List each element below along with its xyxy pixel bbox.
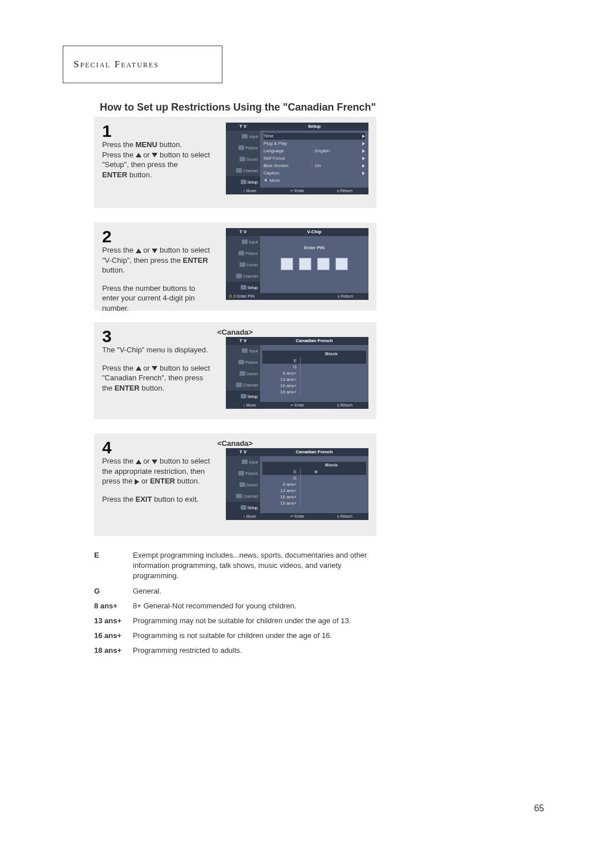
pin-digit <box>335 258 348 270</box>
return-icon <box>337 188 339 194</box>
step-1: 1 Press the MENU button. Press the or bu… <box>94 117 376 208</box>
right-icon <box>135 479 139 485</box>
up-icon <box>136 249 141 253</box>
manual-page: Special Features How to Set up Restricti… <box>0 0 616 845</box>
def-row: 18 ans+Programming restricted to adults. <box>94 645 376 656</box>
osd-tv-label: T V <box>226 123 260 131</box>
osd-title: Setup <box>260 123 368 131</box>
step-1-text: Press the MENU button. Press the or butt… <box>102 140 210 180</box>
osd-footer: Move Enter Return <box>226 188 368 194</box>
step-2: 2 Press the or button to select "V-Chip"… <box>94 222 376 311</box>
page-number: 65 <box>534 803 544 814</box>
osd-setup-menu: T V Setup Input Picture Sound Channel Se… <box>226 123 368 194</box>
osd-canadian-french-4: T V Canadian French Input Picture Sound … <box>226 448 368 520</box>
step-3: 3 The "V-Chip" menu is displayed. Press … <box>94 322 376 419</box>
sound-icon <box>240 157 245 161</box>
osd-row-time: Time <box>264 133 365 140</box>
def-row: EExempt programming includes...news, spo… <box>94 550 376 582</box>
section-header: Special Features <box>63 46 222 83</box>
step-2-text: Press the or button to select "V-Chip", … <box>102 245 210 313</box>
down-icon <box>152 153 157 157</box>
page-title: How to Set up Restrictions Using the "Ca… <box>100 101 376 113</box>
enter-pin-label: Enter PIN <box>264 245 365 250</box>
def-row: 8 ans+8+ General-Not recommended for you… <box>94 601 376 611</box>
input-icon <box>242 134 248 139</box>
rating-table: Block E G 8 ans+ 13 ans+ 16 ans+ 18 ans+ <box>262 351 366 395</box>
canada-label-4: <Canada> <box>217 439 253 448</box>
picture-icon <box>238 145 244 150</box>
block-mark-icon <box>300 469 366 475</box>
def-row: GGeneral. <box>94 586 376 596</box>
step-4-text: Press the or button to select the approp… <box>102 456 216 504</box>
osd-canadian-french-3: T V Canadian French Input Picture Sound … <box>226 337 368 409</box>
setup-icon <box>241 180 246 184</box>
osd-content: Time Plug & Play Language:English Self F… <box>260 131 368 188</box>
up-icon <box>136 153 141 157</box>
digit-icon: 0..9 <box>229 294 237 298</box>
def-row: 13 ans+Programming may not be suitable f… <box>94 616 376 626</box>
pin-input <box>264 258 365 270</box>
osd-vchip-pin: T V V-Chip Input Picture Sound Channel S… <box>226 228 368 300</box>
right-arrow-icon <box>362 135 365 138</box>
pin-digit <box>317 258 330 270</box>
step-3-text: The "V-Chip" menu is displayed. Press th… <box>102 345 210 393</box>
up-icon <box>136 366 141 371</box>
rating-definitions: EExempt programming includes...news, spo… <box>94 550 376 661</box>
channel-icon <box>236 168 242 173</box>
down-icon <box>152 366 157 371</box>
rating-table: Block E G 8 ans+ 13 ans+ 16 ans+ 18 ans+ <box>262 462 366 506</box>
def-row: 16 ans+Programming is not suitable for c… <box>94 631 376 641</box>
canada-label-3: <Canada> <box>217 328 253 336</box>
osd-sidebar: Input Picture Sound Channel Setup <box>226 131 260 188</box>
enter-icon <box>290 188 294 194</box>
pin-digit <box>281 258 293 270</box>
down-icon <box>152 460 157 464</box>
step-4: 4 Press the or button to select the appr… <box>94 433 376 536</box>
pin-digit <box>299 258 311 270</box>
up-icon <box>136 460 141 464</box>
updown-icon <box>243 188 245 194</box>
down-icon <box>152 249 157 253</box>
